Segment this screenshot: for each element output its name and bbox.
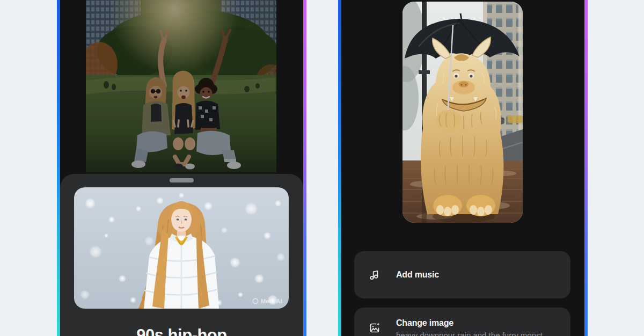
change-image-label: Change image [396,318,543,328]
right-phone: Add music Change image heavy downpour ra… [338,0,588,336]
dim-overlay [86,0,276,172]
drag-handle-icon[interactable] [170,178,194,182]
music-genre-title: 90s hip-hop [60,326,303,336]
music-bottom-sheet: Meta AI 90s hip-hop [60,174,303,336]
meta-ai-watermark: Meta AI [252,298,282,304]
image-sparkle-icon [368,322,381,334]
right-phone-screen: Add music Change image heavy downpour ra… [341,0,584,336]
change-image-subtitle: heavy downpour rain and the furry monst [396,331,543,336]
yeti-umbrella-photo [402,2,523,223]
music-note-icon [368,268,381,281]
canvas: Meta AI 90s hip-hop [0,0,644,336]
change-image-button[interactable]: Change image heavy downpour rain and the… [354,308,570,336]
left-phone-screen: Meta AI 90s hip-hop [60,0,303,336]
left-phone: Meta AI 90s hip-hop [57,0,306,336]
change-image-text: Change image heavy downpour rain and the… [396,318,543,336]
watermark-label: Meta AI [261,298,282,304]
meta-ai-logo-icon [252,298,259,304]
friends-park-photo [86,0,276,172]
video-preview-card[interactable]: Meta AI [74,187,289,309]
add-music-button[interactable]: Add music [354,251,570,298]
add-music-label: Add music [396,270,439,280]
